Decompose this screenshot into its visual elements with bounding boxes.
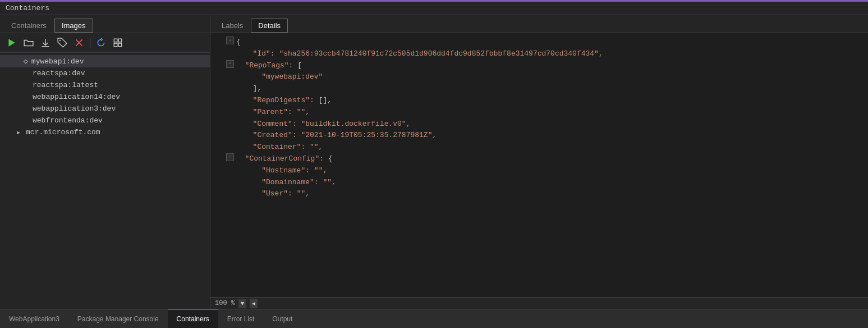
item-label: reactspa:dev bbox=[33, 69, 85, 78]
json-value: "buildkit.dockerfile.v0", bbox=[297, 119, 411, 130]
svg-rect-6 bbox=[114, 39, 117, 42]
item-label: reactspa:latest bbox=[33, 81, 98, 89]
list-item[interactable]: webapplication3:dev bbox=[0, 103, 210, 115]
zoom-bar: 100 % ▾ ◂ bbox=[210, 297, 868, 309]
json-key: "Hostname": bbox=[244, 165, 310, 177]
json-value: "sha256:93ccb4781240f91c72c505d1d906dd4f… bbox=[275, 48, 603, 60]
left-tab-bar: Containers Images bbox=[0, 15, 210, 33]
collapse-button[interactable]: − bbox=[226, 60, 234, 68]
tab-details[interactable]: Details bbox=[251, 19, 288, 33]
json-line: "Created": "2021-10-19T05:25:35.2787981Z… bbox=[210, 130, 868, 142]
json-line: "Comment": "buildkit.dockerfile.v0", bbox=[210, 119, 868, 130]
json-line: "Parent": "", bbox=[210, 107, 868, 119]
svg-rect-8 bbox=[114, 43, 117, 47]
tab-output[interactable]: Output bbox=[263, 309, 301, 328]
tab-images[interactable]: Images bbox=[54, 19, 93, 33]
tab-webapplication3[interactable]: WebApplication3 bbox=[0, 309, 68, 328]
tab-error-list[interactable]: Error List bbox=[218, 309, 264, 328]
json-key: "Domainname": bbox=[244, 177, 319, 189]
json-bracket: ], bbox=[244, 83, 261, 95]
json-key: "ContainerConfig": bbox=[236, 153, 324, 165]
json-key: "Comment": bbox=[244, 119, 297, 130]
svg-rect-7 bbox=[118, 39, 122, 42]
json-key: "Container": bbox=[244, 142, 305, 153]
list-item[interactable]: ▶ mcr.microsoft.com bbox=[0, 126, 210, 138]
json-value: "", bbox=[292, 188, 310, 200]
main-container: Containers Containers Images bbox=[0, 2, 868, 328]
zoom-dropdown-button[interactable]: ▾ bbox=[238, 299, 246, 308]
json-value: "2021-10-19T05:25:35.2787981Z", bbox=[297, 130, 437, 142]
list-item[interactable]: webapplication14:dev bbox=[0, 91, 210, 103]
json-content[interactable]: − { "Id": "sha256:93ccb4781240f91c72c505… bbox=[210, 33, 868, 297]
json-value: "mywebapi:dev" bbox=[244, 71, 323, 83]
zoom-label: 100 % bbox=[215, 299, 235, 307]
item-label: webapplication3:dev bbox=[33, 104, 116, 113]
delete-button[interactable] bbox=[72, 37, 86, 49]
json-value: "", bbox=[292, 107, 310, 119]
json-line: "Container": "", bbox=[210, 142, 868, 153]
bottom-tab-bar: WebApplication3 Package Manager Console … bbox=[0, 309, 868, 328]
json-line: "Id": "sha256:93ccb4781240f91c72c505d1d9… bbox=[210, 48, 868, 60]
svg-rect-9 bbox=[118, 43, 122, 47]
tab-containers[interactable]: Containers bbox=[4, 19, 53, 33]
run-button[interactable] bbox=[4, 37, 19, 49]
pull-button[interactable] bbox=[38, 37, 53, 49]
left-panel: Containers Images bbox=[0, 15, 210, 309]
tag-icon: ◇ bbox=[24, 57, 28, 66]
json-key: "Id": bbox=[244, 48, 275, 60]
right-tab-bar: Labels Details bbox=[210, 15, 868, 33]
list-item[interactable]: webfrontenda:dev bbox=[0, 115, 210, 126]
json-line: "Hostname": "", bbox=[210, 165, 868, 177]
right-panel: Labels Details − { "Id": "sha256:93ccb47… bbox=[210, 15, 868, 309]
item-label: mywebapi:dev bbox=[31, 57, 84, 66]
title-bar: Containers bbox=[0, 2, 868, 15]
collapse-button[interactable]: − bbox=[226, 37, 234, 44]
json-key: "User": bbox=[244, 188, 292, 200]
toolbar-divider bbox=[90, 38, 90, 48]
json-line: "mywebapi:dev" bbox=[210, 71, 868, 83]
json-key: "Created": bbox=[244, 130, 297, 142]
tag-button[interactable] bbox=[55, 37, 70, 49]
json-line: "Domainname": "", bbox=[210, 177, 868, 189]
open-folder-button[interactable] bbox=[21, 37, 36, 49]
json-line: − { bbox=[210, 37, 868, 48]
json-line: "User": "", bbox=[210, 188, 868, 200]
svg-point-3 bbox=[59, 40, 61, 41]
json-key: "RepoTags": bbox=[236, 60, 293, 72]
tab-containers-bottom[interactable]: Containers bbox=[168, 309, 218, 328]
tab-package-manager-console[interactable]: Package Manager Console bbox=[68, 309, 168, 328]
json-bracket: { bbox=[236, 37, 241, 48]
list-item[interactable]: ◇ mywebapi:dev bbox=[0, 55, 210, 67]
more-button[interactable] bbox=[111, 37, 125, 49]
title-text: Containers bbox=[6, 4, 49, 12]
json-key: "RepoDigests": bbox=[244, 95, 314, 107]
item-label: mcr.microsoft.com bbox=[26, 128, 100, 136]
content-area: Containers Images bbox=[0, 15, 868, 309]
json-bracket: [], bbox=[314, 95, 332, 107]
json-line: "RepoDigests": [], bbox=[210, 95, 868, 107]
item-label: webfrontenda:dev bbox=[33, 116, 103, 125]
json-value: "", bbox=[305, 142, 323, 153]
collapse-button[interactable]: − bbox=[226, 153, 234, 161]
expand-icon[interactable]: ▶ bbox=[17, 129, 20, 136]
image-list: ◇ mywebapi:dev reactspa:dev reactspa:lat… bbox=[0, 53, 210, 309]
json-value: "", bbox=[310, 165, 327, 177]
left-toolbar bbox=[0, 33, 210, 53]
json-bracket: [ bbox=[293, 60, 302, 72]
svg-marker-0 bbox=[8, 39, 15, 47]
json-bracket: { bbox=[324, 153, 333, 165]
json-value: "", bbox=[319, 177, 336, 189]
json-line: − "ContainerConfig": { bbox=[210, 153, 868, 165]
json-key: "Parent": bbox=[244, 107, 292, 119]
json-line: ], bbox=[210, 83, 868, 95]
json-line: − "RepoTags": [ bbox=[210, 60, 868, 72]
item-label: webapplication14:dev bbox=[33, 93, 120, 101]
tab-labels[interactable]: Labels bbox=[215, 19, 250, 33]
refresh-button[interactable] bbox=[94, 37, 108, 49]
list-item[interactable]: reactspa:latest bbox=[0, 79, 210, 91]
list-item[interactable]: reactspa:dev bbox=[0, 67, 210, 79]
scroll-left-button[interactable]: ◂ bbox=[250, 299, 258, 308]
